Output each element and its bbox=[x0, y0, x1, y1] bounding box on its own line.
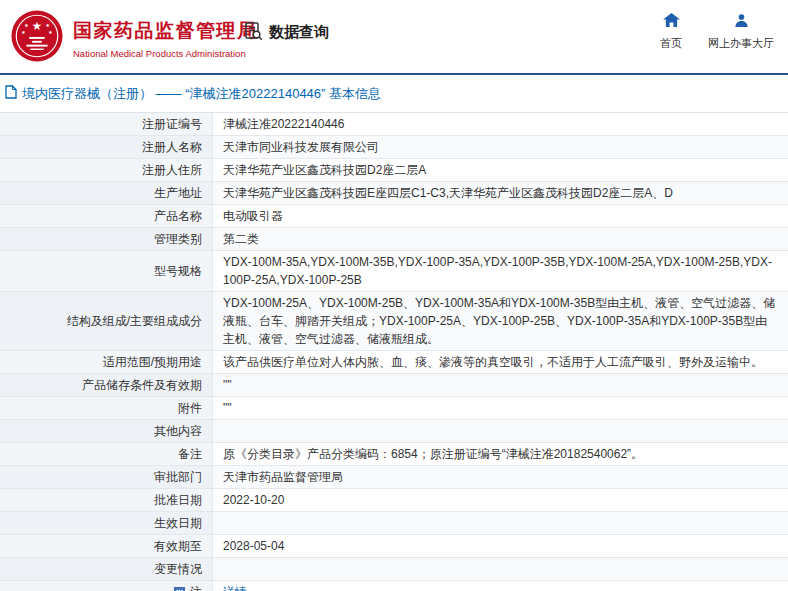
table-row: 批准日期 2022-10-20 bbox=[0, 489, 788, 512]
svg-text:★: ★ bbox=[24, 23, 28, 28]
data-query-nav[interactable]: 数据查询 bbox=[243, 21, 329, 44]
row-value: "" bbox=[213, 397, 788, 419]
row-value: 天津市药品监督管理局 bbox=[213, 466, 788, 488]
row-value: 天津华苑产业区鑫茂科技园E座四层C1-C3,天津华苑产业区鑫茂科技园D2座二层A… bbox=[213, 182, 788, 204]
data-query-label: 数据查询 bbox=[269, 23, 329, 42]
table-row: 型号规格 YDX-100M-35A,YDX-100M-35B,YDX-100P-… bbox=[0, 251, 788, 292]
table-row: 生效日期 bbox=[0, 512, 788, 535]
table-row: 注册人住所 天津华苑产业区鑫茂科技园D2座二层A bbox=[0, 159, 788, 182]
row-label: 审批部门 bbox=[0, 466, 213, 488]
brand-text: 国家药品监督管理局 National Medical Products Admi… bbox=[73, 18, 258, 59]
home-link[interactable]: 首页 bbox=[660, 13, 682, 51]
row-label: 注 bbox=[0, 581, 213, 591]
row-value bbox=[213, 558, 788, 580]
row-label: 附件 bbox=[0, 397, 213, 419]
row-label: 生效日期 bbox=[0, 512, 213, 534]
site-header: ★ ★ ★ ★ ★ 国家药品监督管理局 National Medical Pro… bbox=[0, 0, 788, 75]
home-icon bbox=[663, 13, 680, 32]
page: ★ ★ ★ ★ ★ 国家药品监督管理局 National Medical Pro… bbox=[0, 0, 788, 591]
svg-text:★: ★ bbox=[32, 20, 42, 32]
table-row: 注 详情 bbox=[0, 581, 788, 591]
table-row: 注册人名称 天津市同业科技发展有限公司 bbox=[0, 136, 788, 159]
row-label: 生产地址 bbox=[0, 182, 213, 204]
table-row: 注册证编号 津械注准20222140446 bbox=[0, 113, 788, 136]
table-row: 结构及组成/主要组成成分 YDX-100M-25A、YDX-100M-25B、Y… bbox=[0, 292, 788, 351]
table-row: 产品储存条件及有效期 "" bbox=[0, 374, 788, 397]
note-bubble-icon bbox=[173, 586, 186, 591]
row-value: 原《分类目录》产品分类编码：6854；原注册证编号“津械注准2018254006… bbox=[213, 443, 788, 465]
row-value bbox=[213, 512, 788, 534]
row-label: 其他内容 bbox=[0, 420, 213, 442]
row-value: 津械注准20222140446 bbox=[213, 113, 788, 135]
row-value: YDX-100M-25A、YDX-100M-25B、YDX-100M-35A和Y… bbox=[213, 292, 788, 350]
svg-text:★: ★ bbox=[45, 23, 49, 28]
table-row: 附件 "" bbox=[0, 397, 788, 420]
home-link-label: 首页 bbox=[660, 36, 682, 51]
row-label: 管理类别 bbox=[0, 228, 213, 250]
row-label: 注册人名称 bbox=[0, 136, 213, 158]
row-value: 天津市同业科技发展有限公司 bbox=[213, 136, 788, 158]
row-label: 备注 bbox=[0, 443, 213, 465]
row-value: 详情 bbox=[213, 581, 788, 591]
doc-search-icon bbox=[243, 21, 263, 44]
row-label: 适用范围/预期用途 bbox=[0, 351, 213, 373]
row-label: 产品名称 bbox=[0, 205, 213, 227]
row-value: "" bbox=[213, 374, 788, 396]
table-row: 变更情况 bbox=[0, 558, 788, 581]
table-row: 备注 原《分类目录》产品分类编码：6854；原注册证编号“津械注准2018254… bbox=[0, 443, 788, 466]
row-label: 变更情况 bbox=[0, 558, 213, 580]
row-value: YDX-100M-35A,YDX-100M-35B,YDX-100P-35A,Y… bbox=[213, 251, 788, 291]
page-title: 境内医疗器械（注册） —— “津械注准20222140446” 基本信息 bbox=[22, 85, 381, 103]
table-row: 其他内容 bbox=[0, 420, 788, 443]
svg-text:★: ★ bbox=[48, 30, 52, 35]
table-row: 适用范围/预期用途 该产品供医疗单位对人体内脓、血、痰、渗液等的真空吸引，不适用… bbox=[0, 351, 788, 374]
org-name-cn: 国家药品监督管理局 bbox=[73, 18, 258, 44]
row-value bbox=[213, 420, 788, 442]
row-value: 2022-10-20 bbox=[213, 489, 788, 511]
quick-links: 首页 网上办事大厅 bbox=[660, 13, 774, 51]
detail-link[interactable]: 详情 bbox=[223, 583, 247, 591]
row-value: 电动吸引器 bbox=[213, 205, 788, 227]
row-label: 有效期至 bbox=[0, 535, 213, 557]
row-label: 注册证编号 bbox=[0, 113, 213, 135]
document-icon bbox=[5, 85, 17, 102]
svg-text:★: ★ bbox=[21, 30, 25, 35]
table-row: 管理类别 第二类 bbox=[0, 228, 788, 251]
row-value: 第二类 bbox=[213, 228, 788, 250]
table-row: 审批部门 天津市药品监督管理局 bbox=[0, 466, 788, 489]
user-icon bbox=[734, 13, 749, 32]
table-row: 生产地址 天津华苑产业区鑫茂科技园E座四层C1-C3,天津华苑产业区鑫茂科技园D… bbox=[0, 182, 788, 205]
row-label: 结构及组成/主要组成成分 bbox=[0, 292, 213, 350]
row-value: 天津华苑产业区鑫茂科技园D2座二层A bbox=[213, 159, 788, 181]
online-service-hall-link[interactable]: 网上办事大厅 bbox=[708, 13, 774, 51]
table-row: 产品名称 电动吸引器 bbox=[0, 205, 788, 228]
row-label: 注册人住所 bbox=[0, 159, 213, 181]
org-name-en: National Medical Products Administration bbox=[73, 48, 258, 59]
row-label: 批准日期 bbox=[0, 489, 213, 511]
registration-info-table: 注册证编号 津械注准20222140446 注册人名称 天津市同业科技发展有限公… bbox=[0, 112, 788, 591]
row-value: 2028-05-04 bbox=[213, 535, 788, 557]
row-label: 型号规格 bbox=[0, 251, 213, 291]
nmpa-emblem-logo: ★ ★ ★ ★ ★ bbox=[10, 9, 64, 67]
row-label-text: 注 bbox=[190, 583, 202, 591]
online-service-hall-label: 网上办事大厅 bbox=[708, 36, 774, 51]
table-row: 有效期至 2028-05-04 bbox=[0, 535, 788, 558]
page-title-bar: 境内医疗器械（注册） —— “津械注准20222140446” 基本信息 bbox=[0, 75, 788, 112]
row-value: 该产品供医疗单位对人体内脓、血、痰、渗液等的真空吸引，不适用于人工流产吸引、野外… bbox=[213, 351, 788, 373]
brand: ★ ★ ★ ★ ★ 国家药品监督管理局 National Medical Pro… bbox=[10, 9, 258, 67]
row-label: 产品储存条件及有效期 bbox=[0, 374, 213, 396]
